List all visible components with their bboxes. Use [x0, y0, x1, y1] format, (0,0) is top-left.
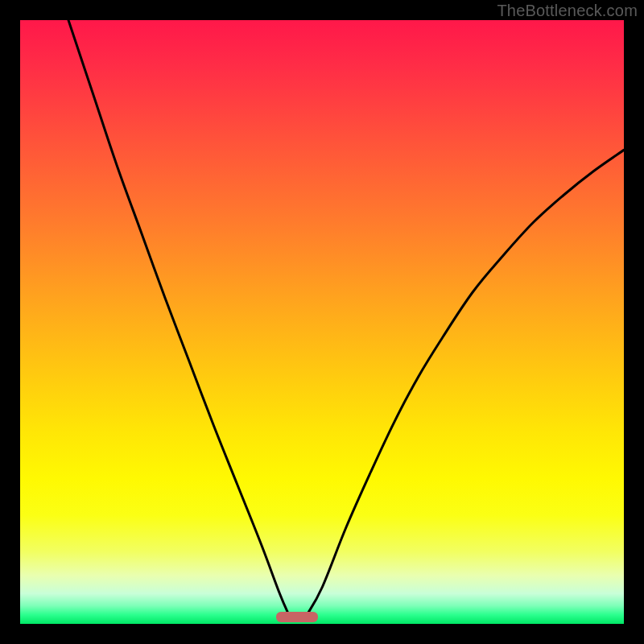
watermark-text: TheBottleneck.com — [497, 2, 638, 20]
right-branch-curve — [307, 150, 624, 615]
chart-frame: TheBottleneck.com — [0, 0, 644, 644]
plot-area — [20, 20, 624, 624]
curve-layer — [20, 20, 624, 624]
minimum-marker — [276, 612, 318, 622]
left-branch-curve — [68, 20, 289, 615]
